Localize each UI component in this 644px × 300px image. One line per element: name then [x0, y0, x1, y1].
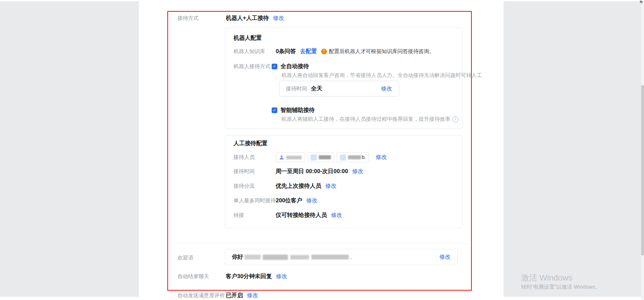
manual-config-panel: 人工接待配置 接待人员 b. 修改 接待时间 周一至周日 00:00-次日00:…	[225, 135, 462, 228]
robot-config-panel: 机器人配置 机器人知识库 0条问答 去配置 ! 配置后机器人才可根据知识库问答接…	[225, 28, 462, 129]
checkbox-checked-icon[interactable]: ✓	[272, 64, 277, 69]
smart-assist-desc-text: 机器人将辅助人工接待，在接待人员接待过程中推荐回复，提升接待效率	[281, 116, 450, 123]
robot-knowledge-value: 0条问答	[276, 48, 296, 55]
welcome-message-box: 你好 。 修改	[225, 249, 458, 265]
redacted-name	[286, 156, 302, 159]
smart-assist-option: ✓ 智能辅助接待	[272, 107, 315, 114]
checkbox-checked-icon[interactable]: ✓	[272, 107, 277, 113]
transfer-row: 转接 仅可转接给接待人员 修改	[233, 212, 342, 219]
reception-mode-value: 机器人+人工接待	[226, 15, 269, 22]
redacted-name	[319, 155, 331, 159]
info-glyph: i	[455, 118, 456, 121]
auto-end-value: 客户30分钟未回复	[226, 273, 272, 280]
warning-icon: !	[321, 49, 327, 54]
max-concurrent-label: 单人最多同时接待	[233, 197, 276, 204]
transfer-value: 仅可转接给接待人员	[276, 212, 327, 219]
auto-end-row: 自动结束聊天 客户30分钟未回复 修改	[177, 273, 287, 280]
avatar	[311, 154, 317, 161]
welcome-label: 欢迎语	[177, 254, 226, 261]
reception-mode-modify-link[interactable]: 修改	[273, 15, 284, 22]
windows-activation-subtitle: 转到"电脑设置"以激活 Windows。	[521, 283, 601, 291]
robot-config-title: 机器人配置	[233, 34, 262, 42]
info-icon[interactable]: i	[452, 116, 458, 122]
max-concurrent-value: 200位客户	[276, 197, 302, 204]
check-glyph: ✓	[273, 64, 276, 69]
reception-mode-label: 接待方式	[177, 15, 226, 22]
welcome-ellipsis: 。	[350, 253, 355, 261]
robot-knowledge-warning-text: 配置后机器人才可根据知识库问答接待咨询。	[329, 48, 434, 55]
dispatch-modify-link[interactable]: 修改	[325, 182, 337, 190]
staff-row: 接待人员 b. 修改	[233, 152, 387, 162]
auto-rating-value: 已开启	[226, 292, 243, 299]
robot-time-label: 接待时间	[286, 85, 307, 92]
dispatch-label: 接待分流	[233, 182, 276, 190]
left-gutter	[0, 1, 139, 297]
avatar	[340, 154, 346, 161]
robot-mode-row: 机器人接待方式	[233, 63, 276, 70]
staff-modify-link[interactable]: 修改	[376, 154, 387, 161]
welcome-modify-link[interactable]: 修改	[439, 253, 451, 261]
welcome-label-row: 欢迎语	[177, 254, 226, 261]
vertical-scrollbar[interactable]	[641, 0, 644, 300]
robot-time-modify-link[interactable]: 修改	[381, 85, 392, 92]
manual-time-label: 接待时间	[233, 168, 276, 175]
robot-time-value: 全天	[311, 85, 322, 92]
staff-member-visible-text: b.	[362, 154, 366, 160]
manual-config-title: 人工接待配置	[233, 140, 268, 147]
dispatch-row: 接待分流 优先上次接待人员 修改	[233, 182, 337, 190]
redacted-text	[311, 255, 349, 259]
smart-assist-title: 智能辅助接待	[281, 107, 315, 114]
redacted-text	[244, 255, 261, 259]
manual-time-row: 接待时间 周一至周日 00:00-次日00:00 修改	[233, 168, 363, 175]
transfer-label: 转接	[233, 212, 276, 219]
max-concurrent-modify-link[interactable]: 修改	[306, 197, 318, 204]
reception-mode-row: 接待方式 机器人+人工接待 修改	[177, 15, 284, 22]
person-icon	[279, 155, 284, 160]
redacted-text	[290, 255, 309, 259]
scrollbar-thumb[interactable]	[641, 85, 644, 255]
full-auto-desc: 机器人将自动回复客户咨询，节省接待人员人力。全自动接待无法解决问题时可转人工	[281, 72, 482, 79]
customer-service-settings-page: 接待方式 机器人+人工接待 修改 机器人配置 机器人知识库 0条问答 去配置 !…	[0, 0, 644, 300]
transfer-modify-link[interactable]: 修改	[331, 212, 342, 219]
welcome-visible-text: 你好	[232, 253, 243, 261]
robot-knowledge-row: 机器人知识库 0条问答 去配置 ! 配置后机器人才可根据知识库问答接待咨询。	[233, 48, 434, 55]
full-auto-title: 全自动接待	[281, 63, 309, 70]
manual-time-modify-link[interactable]: 修改	[352, 168, 363, 175]
redacted-text	[263, 255, 288, 260]
redacted-name	[348, 155, 361, 159]
staff-member-chip	[307, 152, 334, 162]
full-auto-option: ✓ 全自动接待	[272, 63, 309, 70]
go-configure-link[interactable]: 去配置	[300, 48, 317, 55]
staff-member-chip	[276, 152, 305, 162]
auto-end-label: 自动结束聊天	[177, 273, 226, 280]
robot-knowledge-label: 机器人知识库	[233, 48, 276, 55]
section-divider	[176, 243, 469, 244]
manual-time-value: 周一至周日 00:00-次日00:00	[276, 168, 348, 175]
staff-label: 接待人员	[233, 154, 276, 161]
warning-glyph: !	[323, 49, 324, 54]
auto-rating-modify-link[interactable]: 修改	[247, 292, 258, 299]
check-glyph: ✓	[273, 108, 276, 112]
auto-rating-label: 自动发送满意度评价	[177, 292, 226, 299]
windows-activation-title: 激活 Windows	[521, 272, 573, 283]
robot-mode-label: 机器人接待方式	[233, 63, 276, 70]
smart-assist-desc: 机器人将辅助人工接待，在接待人员接待过程中推荐回复，提升接待效率 i	[281, 116, 458, 123]
auto-rating-row: 自动发送满意度评价 已开启 修改	[177, 292, 258, 299]
auto-end-modify-link[interactable]: 修改	[276, 273, 287, 280]
staff-member-chip: b.	[337, 152, 369, 162]
dispatch-value: 优先上次接待人员	[276, 182, 321, 190]
robot-reception-time-box: 接待时间 全天 修改	[279, 81, 399, 96]
right-gutter	[504, 1, 641, 297]
max-concurrent-row: 单人最多同时接待 200位客户 修改	[233, 197, 318, 204]
